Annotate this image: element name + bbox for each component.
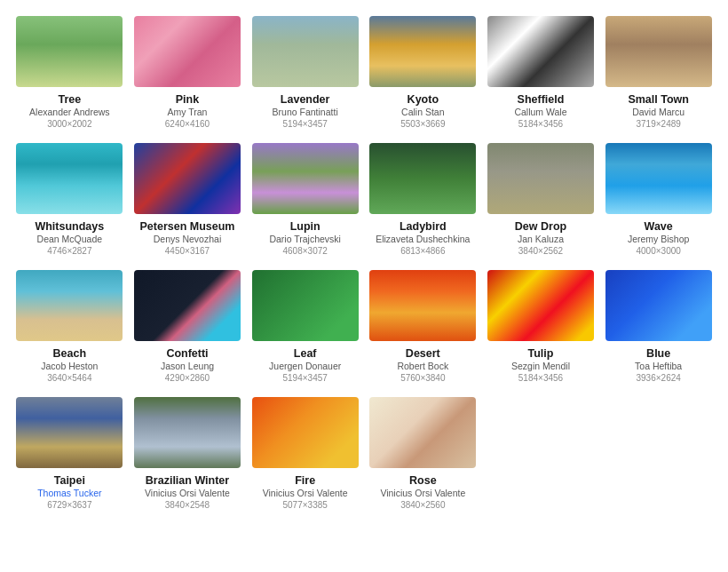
title-smalltown: Small Town (628, 92, 689, 107)
dims-dewdrop: 3840×2562 (518, 246, 563, 256)
title-tulip: Tulip (528, 346, 554, 361)
grid-item-smalltown[interactable]: Small TownDavid Marcu3719×2489 (601, 12, 716, 132)
thumbnail-confetti (134, 270, 241, 341)
title-taipei: Taipei (54, 473, 85, 488)
title-sheffield: Sheffield (518, 92, 565, 107)
thumbnail-blue (605, 270, 712, 341)
title-wave: Wave (645, 219, 673, 234)
thumbnail-fire (252, 397, 359, 468)
thumbnail-tulip (487, 270, 594, 341)
grid-item-sheffield[interactable]: SheffieldCallum Wale5184×3456 (484, 12, 598, 132)
thumbnail-leaf (252, 270, 359, 341)
title-lavender: Lavender (281, 92, 330, 107)
dims-taipei: 6729×3637 (47, 500, 91, 510)
thumbnail-lavender (252, 16, 359, 87)
author-petersen: Denys Nevozhai (154, 234, 221, 246)
dims-rose: 3840×2560 (400, 500, 445, 510)
photo-grid: TreeAlexander Andrews3000×2002PinkAmy Tr… (9, 9, 719, 517)
grid-item-pink[interactable]: PinkAmy Tran6240×4160 (131, 12, 245, 132)
title-ladybird: Ladybird (400, 219, 447, 234)
grid-item-blue[interactable]: BlueToa Heftiba3936×2624 (601, 266, 716, 386)
author-kyoto: Calin Stan (401, 107, 444, 119)
author-dewdrop: Jan Kaluza (518, 234, 564, 246)
dims-petersen: 4450×3167 (165, 246, 210, 256)
thumbnail-whitsundays (16, 143, 123, 214)
grid-item-lavender[interactable]: LavenderBruno Fantinatti5194×3457 (248, 12, 362, 132)
grid-item-wave[interactable]: WaveJeremy Bishop4000×3000 (601, 139, 716, 259)
title-confetti: Confetti (166, 346, 208, 361)
grid-item-kyoto[interactable]: KyotoCalin Stan5503×3669 (366, 12, 480, 132)
author-pink: Amy Tran (168, 107, 208, 119)
thumbnail-kyoto (369, 16, 476, 87)
dims-fire: 5077×3385 (282, 500, 327, 510)
title-pink: Pink (176, 92, 199, 107)
grid-item-beach[interactable]: BeachJacob Heston3640×5464 (12, 266, 127, 386)
author-sheffield: Callum Wale (514, 107, 566, 119)
author-tulip: Sezgin Mendil (511, 361, 570, 373)
author-rose: Vinicius Orsi Valente (380, 488, 465, 500)
title-brazilianwinter: Brazilian Winter (146, 473, 229, 488)
grid-item-tulip[interactable]: TulipSezgin Mendil5184×3456 (484, 266, 598, 386)
grid-item-whitsundays[interactable]: WhitsundaysDean McQuade4746×2827 (12, 139, 127, 259)
thumbnail-ladybird (369, 143, 476, 214)
title-tree: Tree (58, 92, 81, 107)
thumbnail-taipei (16, 397, 123, 468)
dims-sheffield: 5184×3456 (518, 119, 563, 129)
dims-pink: 6240×4160 (165, 119, 210, 129)
dims-tree: 3000×2002 (47, 119, 91, 129)
title-whitsundays: Whitsundays (35, 219, 104, 234)
grid-item-tree[interactable]: TreeAlexander Andrews3000×2002 (12, 12, 127, 132)
author-lavender: Bruno Fantinatti (273, 107, 338, 119)
dims-tulip: 5184×3456 (518, 373, 563, 383)
thumbnail-smalltown (605, 16, 712, 87)
grid-item-confetti[interactable]: ConfettiJason Leung4290×2860 (131, 266, 245, 386)
title-fire: Fire (295, 473, 315, 488)
author-confetti: Jason Leung (161, 361, 214, 373)
grid-item-dewdrop[interactable]: Dew DropJan Kaluza3840×2562 (484, 139, 598, 259)
thumbnail-sheffield (487, 16, 594, 87)
grid-item-rose[interactable]: RoseVinicius Orsi Valente3840×2560 (366, 393, 480, 513)
grid-item-lupin[interactable]: LupinDario Trajchevski4608×3072 (248, 139, 362, 259)
author-ladybird: Elizaveta Dushechkina (376, 234, 470, 246)
author-wave: Jeremy Bishop (628, 234, 689, 246)
thumbnail-desert (369, 270, 476, 341)
thumbnail-wave (605, 143, 712, 214)
grid-item-brazilianwinter[interactable]: Brazilian WinterVinicius Orsi Valente384… (131, 393, 245, 513)
title-rose: Rose (409, 473, 437, 488)
author-beach: Jacob Heston (41, 361, 98, 373)
title-blue: Blue (646, 346, 670, 361)
grid-item-leaf[interactable]: LeafJuergen Donauer5194×3457 (248, 266, 362, 386)
author-desert: Robert Bock (397, 361, 448, 373)
title-kyoto: Kyoto (408, 92, 439, 107)
dims-ladybird: 6813×4866 (400, 246, 445, 256)
author-lupin: Dario Trajchevski (269, 234, 341, 246)
thumbnail-pink (134, 16, 241, 87)
thumbnail-beach (16, 270, 123, 341)
author-smalltown: David Marcu (632, 107, 684, 119)
author-taipei[interactable]: Thomas Tucker (37, 488, 101, 500)
title-dewdrop: Dew Drop (515, 219, 566, 234)
dims-brazilianwinter: 3840×2548 (165, 500, 210, 510)
author-leaf: Juergen Donauer (269, 361, 341, 373)
dims-leaf: 5194×3457 (282, 373, 327, 383)
dims-whitsundays: 4746×2827 (47, 246, 91, 256)
title-desert: Desert (406, 346, 440, 361)
title-lupin: Lupin (290, 219, 320, 234)
dims-confetti: 4290×2860 (165, 373, 210, 383)
grid-item-fire[interactable]: FireVinicius Orsi Valente5077×3385 (248, 393, 362, 513)
thumbnail-petersen (134, 143, 241, 214)
dims-blue: 3936×2624 (636, 373, 680, 383)
grid-item-petersen[interactable]: Petersen MuseumDenys Nevozhai4450×3167 (131, 139, 245, 259)
thumbnail-brazilianwinter (134, 397, 241, 468)
dims-smalltown: 3719×2489 (636, 119, 680, 129)
grid-item-ladybird[interactable]: LadybirdElizaveta Dushechkina6813×4866 (366, 139, 480, 259)
thumbnail-dewdrop (487, 143, 594, 214)
grid-item-desert[interactable]: DesertRobert Bock5760×3840 (366, 266, 480, 386)
dims-lupin: 4608×3072 (282, 246, 327, 256)
author-fire: Vinicius Orsi Valente (263, 488, 348, 500)
author-brazilianwinter: Vinicius Orsi Valente (145, 488, 230, 500)
author-whitsundays: Dean McQuade (37, 234, 103, 246)
grid-item-taipei[interactable]: TaipeiThomas Tucker6729×3637 (12, 393, 127, 513)
thumbnail-tree (16, 16, 123, 87)
thumbnail-lupin (252, 143, 359, 214)
